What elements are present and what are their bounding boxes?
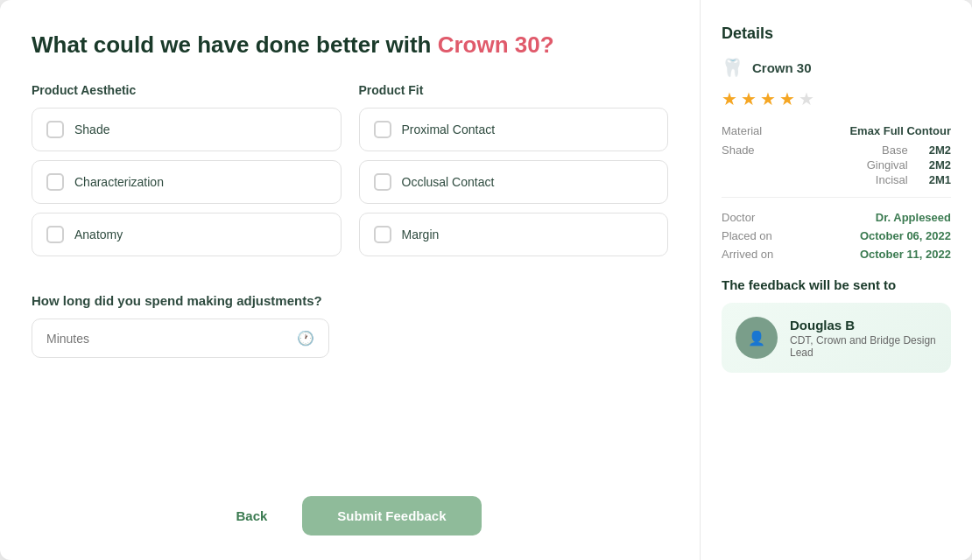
checkbox-proximal-contact-box[interactable] [374,121,391,138]
doctor-value: Dr. Appleseed [876,211,951,224]
star-3: ★ [760,88,776,109]
bottom-bar: Back Submit Feedback [0,496,700,536]
placed-on-label: Placed on [722,229,772,242]
submit-button[interactable]: Submit Feedback [302,496,481,536]
recipient-card: 👤 Douglas B CDT, Crown and Bridge Design… [722,303,951,373]
form-columns: Product Aesthetic Shade Characterization… [32,83,668,265]
adjustments-title: How long did you spend making adjustment… [32,293,668,308]
checkbox-occlusal-contact-box[interactable] [374,173,391,191]
material-value: Emax Full Contour [849,124,951,137]
back-button[interactable]: Back [218,498,285,534]
checkbox-anatomy[interactable]: Anatomy [32,213,342,256]
shade-incisal-row: Incisal 2M1 [876,173,951,186]
shade-gingival-row: Gingival 2M2 [867,158,951,172]
product-aesthetic-column: Product Aesthetic Shade Characterization… [32,83,342,265]
recipient-name: Douglas B [790,318,937,332]
shade-gingival-value: 2M2 [929,158,951,172]
star-2: ★ [741,88,757,109]
shade-incisal-value: 2M1 [929,173,951,186]
checkbox-shade-box[interactable] [46,121,64,138]
checkbox-shade[interactable]: Shade [32,108,342,151]
checkbox-proximal-contact-label: Proximal Contact [402,122,496,136]
avatar-initials: 👤 [748,330,765,346]
recipient-role: CDT, Crown and Bridge Design Lead [790,334,937,359]
checkbox-occlusal-contact-label: Occlusal Contact [402,175,495,189]
placed-on-value: October 06, 2022 [860,229,951,242]
material-row: Material Emax Full Contour [722,122,951,140]
product-fit-column: Product Fit Proximal Contact Occlusal Co… [359,83,669,265]
checkbox-shade-label: Shade [74,122,109,136]
minutes-input-wrapper[interactable]: 🕐 [32,318,329,358]
star-1: ★ [722,88,737,109]
shade-base-row: Base 2M2 [882,144,951,157]
checkbox-anatomy-label: Anatomy [74,228,123,242]
doctor-row: Doctor Dr. Appleseed [722,208,951,227]
shade-base-value: 2M2 [929,144,951,157]
arrived-on-label: Arrived on [722,248,773,261]
product-name: Crown 30 [752,60,812,75]
placed-on-row: Placed on October 06, 2022 [722,227,951,245]
checkbox-anatomy-box[interactable] [46,226,64,243]
shade-gingival-label: Gingival [867,158,908,172]
fit-column-title: Product Fit [359,83,669,97]
right-panel: Details 🦷 Crown 30 ★ ★ ★ ★ ★ Material Em… [701,0,972,560]
minutes-input[interactable] [46,332,297,346]
app-window: What could we have done better with Crow… [0,0,972,560]
shade-values: Base 2M2 Gingival 2M2 Incisal 2M1 [867,144,951,186]
checkbox-characterization-label: Characterization [74,175,164,189]
adjustments-section: How long did you spend making adjustment… [32,293,668,358]
material-label: Material [722,124,762,137]
checkbox-proximal-contact[interactable]: Proximal Contact [359,108,669,151]
checkbox-margin-box[interactable] [374,226,391,243]
star-4: ★ [779,88,795,109]
product-card: 🦷 Crown 30 [722,57,951,78]
aesthetic-column-title: Product Aesthetic [32,83,342,97]
feedback-section-title: The feedback will be sent to [722,277,951,292]
doctor-section: Doctor Dr. Appleseed Placed on October 0… [722,208,951,263]
checkbox-characterization[interactable]: Characterization [32,160,342,204]
details-title: Details [722,24,951,43]
shade-label: Shade [722,144,755,186]
divider-1 [722,197,951,198]
product-icon: 🦷 [722,57,743,78]
avatar: 👤 [736,317,778,359]
star-5: ★ [799,88,814,109]
stars-row: ★ ★ ★ ★ ★ [722,88,951,109]
arrived-on-value: October 11, 2022 [860,248,951,261]
shade-incisal-label: Incisal [876,173,908,186]
shade-base-label: Base [882,144,908,157]
page-title: What could we have done better with Crow… [32,32,668,59]
clock-icon: 🕐 [297,330,314,346]
checkbox-characterization-box[interactable] [46,173,64,191]
shade-row: Shade Base 2M2 Gingival 2M2 Incisal 2M1 [722,144,951,186]
left-panel: What could we have done better with Crow… [0,0,700,560]
checkbox-occlusal-contact[interactable]: Occlusal Contact [359,160,669,204]
doctor-label: Doctor [722,211,755,224]
checkbox-margin-label: Margin [402,228,440,242]
arrived-on-row: Arrived on October 11, 2022 [722,245,951,263]
checkbox-margin[interactable]: Margin [359,213,669,256]
recipient-info: Douglas B CDT, Crown and Bridge Design L… [790,318,937,359]
